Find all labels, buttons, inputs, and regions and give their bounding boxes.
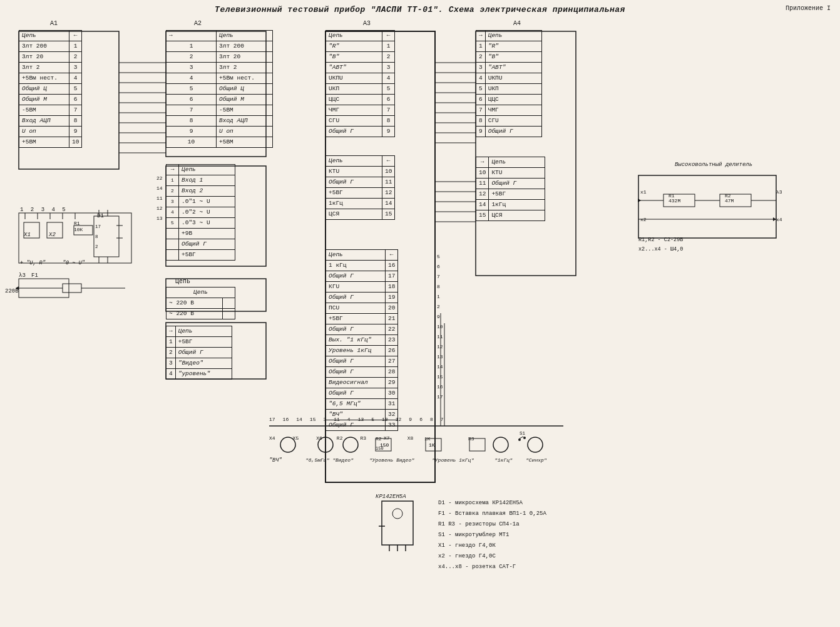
level-video-label: "Уровень Видео" [369, 457, 414, 463]
r2-bottom-val: 150 [376, 446, 384, 451]
a4-label: А4 [513, 20, 521, 27]
vc-label: "ВЧ" [269, 457, 282, 464]
a3-table-2: Цепь← КТU10 Общий Г11 +5ВГ12 1кГц14 ЦСЯ1… [325, 155, 395, 220]
x1-hv-label: x1 [640, 189, 647, 195]
legend-x2: x2 - гнездо Г4,0С [438, 551, 546, 562]
legend-r1r3: R1 R3 - резисторы СП4-1а [438, 519, 546, 530]
a3-table-3: Цепь← 1 кГц16 Общий Г17 КГU18 Общий Г19 … [325, 249, 398, 431]
65mhz-video-label: "6,5мГц" "Видео" [305, 457, 354, 463]
r1-hv-val: 432М [668, 198, 680, 204]
d1-label: D1 [97, 213, 104, 219]
r1-input-val: 10К [74, 227, 83, 232]
r3-label: R3 [468, 436, 474, 442]
main-title: Телевизионный тестовый прибор "ЛАСПИ ТТ-… [125, 5, 715, 14]
bottom-conn-nums: X4X5X6 R2R3 X7X8 [269, 435, 413, 441]
a2-power-label: Цепь [175, 278, 190, 285]
x3-hv-label: λ3 [776, 189, 782, 195]
a3-s3-right-nums: 5 6 7 8 1 2 9 10 11 12 13 14 15 16 17 [437, 252, 443, 402]
1k-label: 1К [424, 436, 431, 442]
a4-table-1: →Цепь 1"R" 2"B" 3"АВТ" 4UКПU 5UКП 6ЦЦС 7… [476, 30, 542, 137]
d1-pin-2: 2 [95, 244, 98, 249]
s1-label: S1 [520, 431, 525, 436]
legend-x4x8: x4...x8 - розетка САТ-Г [438, 562, 546, 573]
r1-input-label: R1 [74, 220, 80, 226]
x4-hv-label: x4 [776, 217, 782, 222]
a1-table: Цепь← 3лт 2001 3лт 202 3лт 23 +5Вм нест.… [19, 30, 82, 148]
a3-label: А3 [363, 20, 371, 27]
legend-x1: X1 - гнездо Г4,0К [438, 541, 546, 551]
a4-table-2: →Цепь 10КТU 11Общий Г 12+5ВГ 141кГц 15ЦС… [476, 157, 545, 221]
appendix-label: Приложение I [786, 5, 831, 12]
legend-d1: D1 - микросхема КР142ЕН5А [438, 498, 546, 509]
power-arrow: ← [16, 285, 19, 292]
r2-hv-val: 47М [725, 198, 734, 204]
a2-label: А2 [194, 20, 202, 27]
a2-s2-nums-left: 22 14 11 12 13 [156, 174, 163, 224]
f1-label: F1 [31, 272, 38, 279]
a2-table-4: →Цепь 1+5ВГ 2Общий Г 3"Видео" 4"уровень" [166, 326, 232, 380]
a3-table-1: Цепь← "R"1 "B"2 "АВТ"3 UКПU4 UКП5 ЦЦС6 Ч… [325, 30, 395, 137]
x1-label: X1 [24, 232, 31, 238]
1khz-label: "1кГц" [494, 457, 513, 463]
a2-table-1: →Цепь 13лт 200 23лт 20 33лт 2 4+5Вм нест… [166, 30, 273, 148]
power-connector-label: λ3 [19, 272, 26, 279]
level-1khz-label: "Уровень 1кГц" [432, 457, 474, 463]
a2-table-2: →Цепь 1Вход 1 2Вход 2 3.0"1 ~ U 4.0"2 ~ … [166, 164, 235, 261]
r2-bottom-label: R2 [376, 436, 382, 442]
pin-numbers-row: 1 2 3 4 5 [20, 207, 69, 213]
legend-f1: F1 - Вставка плавкая ВП1-1 0,25А [438, 509, 546, 519]
a2-table-3: Цепь ~ 220 В ~ 220 В [166, 287, 235, 319]
x2-hv-label: x2 [640, 217, 647, 222]
sync-label: "Синхр" [526, 457, 547, 463]
chip-label: КР142ЕН5А [376, 494, 406, 500]
plus-u-r-label: + "U, R" [20, 260, 46, 266]
hv-note-2: x2...x4 - Ш4,0 [638, 246, 683, 252]
hv-divider-title: Высоковольтный делитель [657, 162, 770, 168]
legend-s1: S1 - микротумблер МТ1 [438, 530, 546, 541]
bottom-pin-numbers: 17161415311 413510129 687 [269, 417, 444, 422]
x2-label: X2 [49, 232, 56, 238]
d1-pin-17: 17 [95, 224, 101, 229]
hv-note-1: R1,R2 - C2-29B [638, 237, 683, 243]
a1-label: А1 [50, 20, 58, 27]
d1-pin-8: 8 [95, 234, 98, 239]
zero-u-label: "0 ~ U" [63, 260, 85, 266]
legend: D1 - микросхема КР142ЕН5А F1 - Вставка п… [438, 498, 546, 573]
